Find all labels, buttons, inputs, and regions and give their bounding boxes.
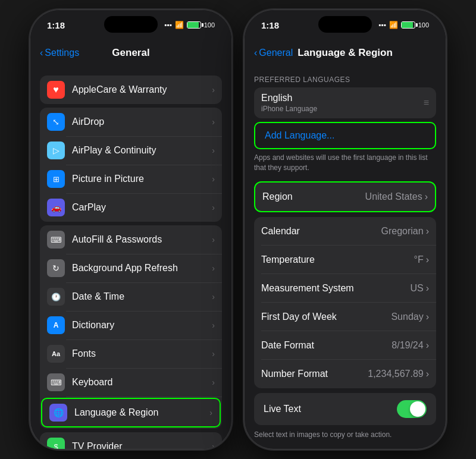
autofill-label: AutoFill & Passwords bbox=[72, 234, 212, 245]
airplay-icon: ▷ bbox=[47, 142, 65, 159]
nav-title-left: General bbox=[112, 47, 149, 59]
item-datetime[interactable]: 🕐 Date & Time › bbox=[40, 282, 222, 311]
item-first-day[interactable]: First Day of Week Sunday › bbox=[254, 303, 436, 331]
nav-bar-left: ‹ Settings General bbox=[30, 40, 231, 66]
measurement-chevron: › bbox=[426, 283, 429, 294]
left-phone: 1:18 ▪▪▪ 📶 100 ‹ Settings General ♥ Appl… bbox=[30, 10, 232, 449]
first-day-chevron: › bbox=[426, 312, 429, 322]
item-keyboard[interactable]: ⌨ Keyboard › bbox=[40, 368, 222, 397]
item-airplay[interactable]: ▷ AirPlay & Continuity › bbox=[40, 136, 222, 165]
carplay-icon: 🚗 bbox=[47, 199, 65, 216]
number-format-val: 1,234,567.89 bbox=[368, 369, 423, 379]
dynamic-island-right bbox=[318, 16, 372, 33]
pip-icon: ⊞ bbox=[47, 170, 65, 188]
add-language-text: Add Language... bbox=[265, 130, 334, 141]
temperature-value: °F › bbox=[414, 254, 430, 265]
calendar-label: Calendar bbox=[261, 226, 300, 237]
section-tv: $ TV Provider › bbox=[40, 432, 222, 449]
item-tv-provider[interactable]: $ TV Provider › bbox=[40, 432, 222, 449]
first-day-value: Sunday › bbox=[391, 312, 429, 322]
item-bg-refresh[interactable]: ↻ Background App Refresh › bbox=[40, 254, 222, 282]
add-language-button[interactable]: Add Language... bbox=[254, 122, 436, 149]
item-carplay[interactable]: 🚗 CarPlay › bbox=[40, 193, 222, 222]
pip-label: Picture in Picture bbox=[72, 174, 212, 184]
fonts-label: Fonts bbox=[72, 348, 212, 359]
temperature-val: °F bbox=[414, 254, 424, 265]
status-bar-left: 1:18 ▪▪▪ 📶 100 bbox=[30, 10, 231, 40]
back-chevron-right: ‹ bbox=[254, 48, 257, 58]
battery-icon-right bbox=[401, 21, 415, 29]
calendar-chevron: › bbox=[426, 226, 429, 237]
time-left: 1:18 bbox=[47, 20, 65, 30]
region-chevron: › bbox=[425, 191, 428, 202]
item-number-format[interactable]: Number Format 1,234,567.89 › bbox=[254, 360, 436, 388]
first-day-label: First Day of Week bbox=[261, 312, 337, 322]
battery-percent: 100 bbox=[204, 21, 215, 29]
autofill-icon: ⌨ bbox=[47, 231, 65, 249]
bg-refresh-icon: ↻ bbox=[47, 259, 65, 277]
back-button-right[interactable]: ‹ General bbox=[254, 48, 293, 58]
item-measurement[interactable]: Measurement System US › bbox=[254, 274, 436, 303]
battery-percent-right: 100 bbox=[418, 21, 429, 29]
item-pip[interactable]: ⊞ Picture in Picture › bbox=[40, 165, 222, 193]
airplay-label: AirPlay & Continuity bbox=[72, 145, 212, 156]
item-calendar[interactable]: Calendar Gregorian › bbox=[254, 217, 436, 246]
item-language-region[interactable]: 🌐 Language & Region › bbox=[41, 398, 221, 427]
fonts-icon: Aa bbox=[47, 345, 65, 363]
region-label: Region bbox=[262, 191, 293, 202]
locale-settings-group: Calendar Gregorian › Temperature °F › Me… bbox=[254, 217, 436, 388]
section-connectivity: ⤡ AirDrop › ▷ AirPlay & Continuity › ⊞ P… bbox=[40, 108, 222, 222]
item-autofill[interactable]: ⌨ AutoFill & Passwords › bbox=[40, 225, 222, 254]
battery-icon bbox=[187, 21, 201, 29]
signal-icon-right: ▪▪▪ bbox=[378, 21, 386, 29]
item-applecare[interactable]: ♥ AppleCare & Warranty › bbox=[40, 76, 222, 104]
applecare-icon-symbol: ♥ bbox=[53, 84, 59, 95]
temperature-label: Temperature bbox=[261, 254, 315, 265]
section-applecare: ♥ AppleCare & Warranty › bbox=[40, 76, 222, 104]
airdrop-icon: ⤡ bbox=[47, 113, 65, 131]
date-format-value: 8/19/24 › bbox=[392, 340, 429, 351]
right-content: PREFERRED LANGUAGES English iPhone Langu… bbox=[245, 66, 446, 449]
date-format-val: 8/19/24 bbox=[392, 340, 423, 351]
applecare-icon: ♥ bbox=[47, 81, 65, 99]
english-text: English iPhone Language bbox=[261, 93, 317, 113]
english-sub: iPhone Language bbox=[261, 105, 317, 113]
item-date-format[interactable]: Date Format 8/19/24 › bbox=[254, 331, 436, 360]
nav-bar-right: ‹ General Language & Region bbox=[245, 40, 446, 66]
item-fonts[interactable]: Aa Fonts › bbox=[40, 339, 222, 368]
wifi-icon-right: 📶 bbox=[389, 21, 398, 29]
live-text-toggle[interactable] bbox=[397, 400, 427, 418]
measurement-label: Measurement System bbox=[261, 283, 354, 294]
back-label-right: General bbox=[259, 48, 293, 58]
status-icons-left: ▪▪▪ 📶 100 bbox=[164, 21, 215, 29]
datetime-label: Date & Time bbox=[72, 291, 212, 302]
hamburger-icon[interactable]: ≡ bbox=[424, 98, 429, 108]
region-value: United States › bbox=[365, 191, 428, 202]
dictionary-label: Dictionary bbox=[72, 320, 212, 331]
left-content: ♥ AppleCare & Warranty › ⤡ AirDrop › ▷ A… bbox=[30, 66, 231, 449]
add-language-note: Apps and websites will use the first lan… bbox=[254, 153, 436, 173]
back-label-left: Settings bbox=[45, 48, 79, 58]
live-text-row: Live Text bbox=[254, 393, 436, 425]
language-region-label: Language & Region bbox=[74, 407, 209, 418]
preferred-languages-label: PREFERRED LANGUAGES bbox=[254, 76, 436, 84]
item-region[interactable]: Region United States › bbox=[255, 183, 435, 211]
item-temperature[interactable]: Temperature °F › bbox=[254, 246, 436, 274]
item-dictionary[interactable]: A Dictionary › bbox=[40, 311, 222, 339]
nav-title-right: Language & Region bbox=[298, 47, 393, 59]
language-english[interactable]: English iPhone Language ≡ bbox=[254, 87, 436, 118]
date-format-chevron: › bbox=[426, 340, 429, 351]
calendar-value: Gregorian › bbox=[381, 226, 429, 237]
number-format-value: 1,234,567.89 › bbox=[368, 369, 429, 379]
dictionary-icon: A bbox=[47, 316, 65, 334]
datetime-icon: 🕐 bbox=[47, 288, 65, 306]
back-button-left[interactable]: ‹ Settings bbox=[40, 48, 79, 58]
region-settings-group: Region United States › bbox=[254, 181, 436, 212]
date-format-label: Date Format bbox=[261, 340, 314, 351]
item-airdrop[interactable]: ⤡ AirDrop › bbox=[40, 108, 222, 136]
signal-icon: ▪▪▪ bbox=[164, 21, 172, 29]
calendar-val: Gregorian bbox=[381, 226, 424, 237]
right-phone: 1:18 ▪▪▪ 📶 100 ‹ General Language & Regi… bbox=[244, 10, 446, 449]
time-right: 1:18 bbox=[261, 20, 279, 30]
keyboard-icon: ⌨ bbox=[47, 373, 65, 391]
